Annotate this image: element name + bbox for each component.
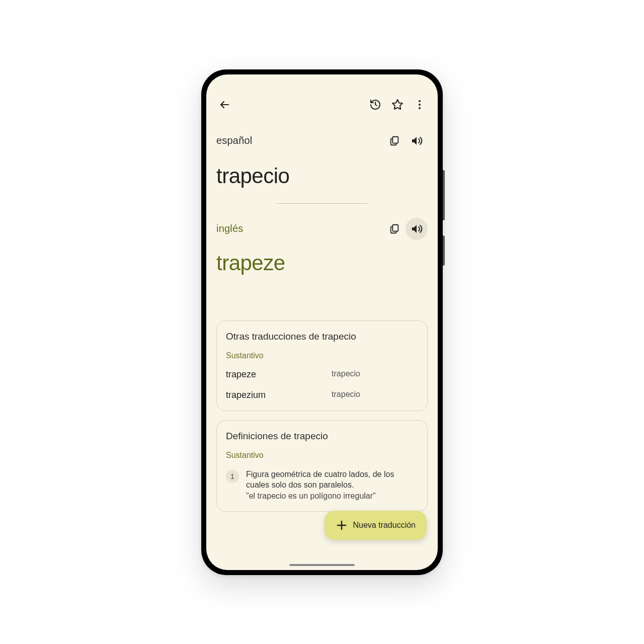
top-bar [206,89,438,121]
copy-icon [389,135,400,146]
source-word: trapecio [216,164,428,188]
back-button[interactable] [213,94,235,116]
home-indicator [289,564,355,566]
svg-rect-5 [392,136,398,143]
app-screen: español trapecio [206,74,438,570]
source-copy-button[interactable] [383,130,406,152]
svg-rect-6 [392,224,398,231]
other-translations-pos: Sustantivo [226,351,418,360]
definitions-card: Definiciones de trapecio Sustantivo 1 Fi… [216,420,428,512]
copy-icon [389,223,400,234]
arrow-left-icon [218,99,230,111]
side-button-1 [443,170,445,220]
other-translations-title: Otras traducciones de trapecio [226,331,418,342]
star-button[interactable] [386,94,409,116]
translation-row: trapeze trapecio [226,369,418,380]
speaker-icon [411,135,423,147]
source-speak-button[interactable] [406,130,428,152]
translation-word: trapezium [226,390,332,400]
plus-icon [336,519,348,531]
status-bar [206,74,438,89]
star-icon [391,99,404,111]
svg-marker-1 [392,100,403,109]
svg-point-2 [419,100,421,102]
svg-point-4 [419,107,421,109]
divider [277,203,367,204]
target-copy-button[interactable] [383,218,406,240]
more-button[interactable] [409,94,431,116]
translation-original: trapecio [332,390,418,400]
new-translation-fab[interactable]: Nueva traducción [325,511,427,540]
definition-row: 1 Figura geométrica de cuatro lados, de … [226,469,418,502]
source-lang-label: español [216,135,383,146]
more-vert-icon [414,99,426,111]
phone-frame: español trapecio [201,69,443,575]
target-word: trapeze [216,251,428,275]
fab-label: Nueva traducción [353,521,416,530]
definitions-title: Definiciones de trapecio [226,431,418,442]
target-lang-label: inglés [216,223,383,234]
side-button-2 [443,235,445,266]
definitions-pos: Sustantivo [226,451,418,460]
definition-body: Figura geométrica de cuatro lados, de lo… [246,470,394,490]
history-button[interactable] [364,94,386,116]
speaker-icon [411,223,423,235]
content-area: español trapecio [206,130,438,512]
translation-original: trapecio [332,369,418,380]
target-speak-button[interactable] [406,218,428,240]
definition-example: "el trapecio es un polígono irregular" [246,492,376,500]
definition-text: Figura geométrica de cuatro lados, de lo… [246,469,418,502]
source-lang-row: español [216,130,428,152]
translation-word: trapeze [226,369,332,380]
definition-number: 1 [226,470,239,483]
other-translations-card: Otras traducciones de trapecio Sustantiv… [216,320,428,411]
translation-row: trapezium trapecio [226,390,418,400]
target-lang-row: inglés [216,218,428,240]
svg-point-3 [419,104,421,106]
history-icon [369,99,381,111]
